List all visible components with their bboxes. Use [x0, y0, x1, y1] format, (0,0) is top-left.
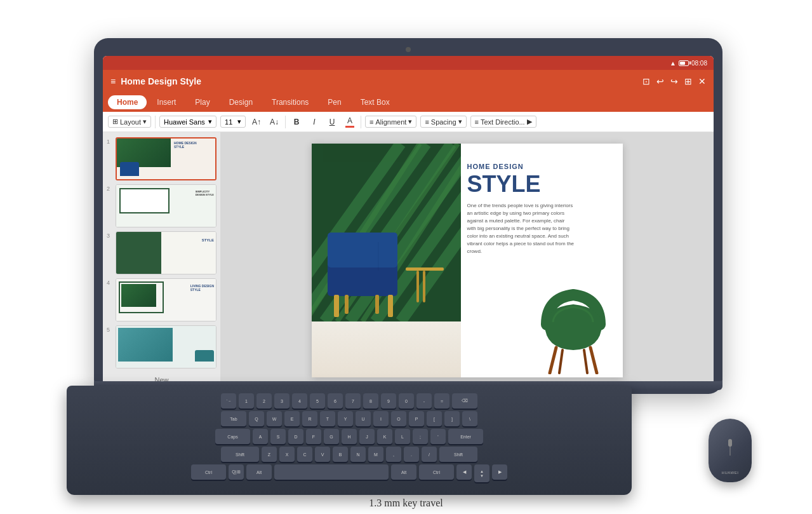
kb-key-backslash[interactable]: \ [462, 411, 477, 426]
slide-thumb-2[interactable]: 2 SIMPLICITYDESIGN STYLE [107, 184, 216, 227]
kb-key-e[interactable]: E [284, 411, 300, 426]
kb-key-ctrl-r[interactable]: Ctrl [419, 464, 454, 480]
bold-button[interactable]: B [290, 115, 303, 129]
slide-preview-1[interactable]: HOME DESIGNSTYLE [116, 137, 216, 180]
kb-key-slash[interactable]: / [422, 447, 437, 462]
undo-icon[interactable]: ↩ [656, 76, 664, 86]
kb-key-space[interactable] [274, 464, 389, 480]
kb-key-5[interactable]: 5 [310, 393, 325, 409]
kb-key-4[interactable]: 4 [292, 393, 307, 409]
slide-thumb-3[interactable]: 3 STYLE [107, 231, 216, 274]
font-name-selector[interactable]: Huawei Sans ▾ [159, 116, 216, 128]
kb-key-period[interactable]: . [404, 447, 419, 462]
kb-key-enter[interactable]: Enter [448, 429, 483, 444]
kb-key-left[interactable]: ◀ [456, 464, 472, 480]
slide-canvas[interactable]: HOME DESIGN STYLE One of the trends peop… [312, 144, 623, 377]
kb-key-minus[interactable]: - [416, 393, 432, 409]
kb-key-1[interactable]: 1 [239, 393, 254, 409]
spacing-button[interactable]: ≡ Spacing ▾ [420, 116, 466, 128]
kb-key-lshift[interactable]: Shift [221, 447, 259, 462]
save-icon[interactable]: ⊡ [642, 76, 650, 86]
kb-key-j[interactable]: J [359, 429, 375, 444]
slide-preview-3[interactable]: STYLE [116, 231, 216, 274]
kb-key-x[interactable]: X [279, 447, 295, 462]
italic-button[interactable]: I [307, 115, 321, 129]
mouse[interactable]: HUAWEI [709, 419, 752, 482]
kb-key-k[interactable]: K [377, 429, 392, 444]
kb-key-updown[interactable]: ▲ ▼ [474, 464, 489, 482]
kb-key-z[interactable]: Z [262, 447, 277, 462]
kb-key-m[interactable]: M [368, 447, 383, 462]
kb-key-r[interactable]: R [302, 411, 317, 426]
fullscreen-icon[interactable]: ⊞ [684, 76, 692, 86]
tab-design[interactable]: Design [220, 95, 262, 109]
slide-preview-2[interactable]: SIMPLICITYDESIGN STYLE [116, 184, 216, 227]
kb-key-h[interactable]: H [342, 429, 357, 444]
menu-icon[interactable]: ≡ [110, 76, 116, 86]
kb-key-i[interactable]: I [373, 411, 389, 426]
kb-key-8[interactable]: 8 [363, 393, 378, 409]
redo-icon[interactable]: ↪ [670, 76, 678, 86]
kb-key-alt-r[interactable]: Alt [391, 464, 416, 480]
kb-key-7[interactable]: 7 [345, 393, 361, 409]
kb-key-equals[interactable]: = [434, 393, 449, 409]
kb-key-c[interactable]: C [297, 447, 312, 462]
layout-button[interactable]: ⊞ Layout ▾ [108, 116, 151, 128]
kb-key-d[interactable]: D [288, 429, 303, 444]
kb-key-0[interactable]: 0 [399, 393, 414, 409]
kb-key-q[interactable]: Q [249, 411, 264, 426]
kb-key-semicolon[interactable]: ; [413, 429, 428, 444]
tab-play[interactable]: Play [186, 95, 218, 109]
kb-key-lbracket[interactable]: [ [427, 411, 442, 426]
kb-key-f[interactable]: F [306, 429, 321, 444]
tab-transitions[interactable]: Transitions [263, 95, 317, 109]
kb-key-9[interactable]: 9 [381, 393, 396, 409]
kb-key-right[interactable]: ▶ [492, 464, 507, 480]
kb-key-t[interactable]: T [320, 411, 335, 426]
kb-key-backtick[interactable]: ` ~ [221, 393, 236, 409]
kb-key-6[interactable]: 6 [328, 393, 343, 409]
tab-home[interactable]: Home [108, 95, 147, 109]
kb-key-a[interactable]: A [253, 429, 268, 444]
underline-button[interactable]: U [325, 115, 339, 129]
kb-key-tab[interactable]: Tab [221, 411, 246, 426]
alignment-button[interactable]: ≡ Alignment ▾ [365, 116, 416, 128]
slide-thumb-1[interactable]: 1 HOME DESIGNSTYLE [107, 137, 216, 180]
kb-key-l[interactable]: L [395, 429, 410, 444]
kb-key-alt-l[interactable]: Alt [246, 464, 272, 480]
slide-thumb-4[interactable]: 4 LIVING DESIGNSTYLE [107, 278, 216, 321]
close-icon[interactable]: ✕ [698, 76, 706, 86]
kb-key-backspace[interactable]: ⌫ [452, 393, 477, 409]
kb-key-v[interactable]: V [315, 447, 330, 462]
kb-key-o[interactable]: O [391, 411, 406, 426]
kb-key-n[interactable]: N [350, 447, 366, 462]
tab-textbox[interactable]: Text Box [352, 95, 399, 109]
kb-key-3[interactable]: 3 [274, 393, 290, 409]
kb-key-comma[interactable]: , [386, 447, 401, 462]
slide-preview-5[interactable] [116, 325, 216, 369]
shrink-font-button[interactable]: A↓ [267, 115, 281, 129]
kb-key-s[interactable]: S [270, 429, 286, 444]
kb-key-g[interactable]: G [324, 429, 339, 444]
kb-key-quote[interactable]: ' [430, 429, 446, 444]
kb-key-caps[interactable]: Caps [215, 429, 250, 444]
kb-key-b[interactable]: B [333, 447, 348, 462]
slide-preview-4[interactable]: LIVING DESIGNSTYLE [116, 278, 216, 321]
kb-key-fn[interactable]: Q|⊞ [229, 464, 244, 480]
canvas-area[interactable]: HOME DESIGN STYLE One of the trends peop… [220, 132, 714, 389]
slide-thumb-5[interactable]: 5 [107, 325, 216, 369]
kb-key-2[interactable]: 2 [256, 393, 272, 409]
font-size-selector[interactable]: 11 ▾ [220, 116, 246, 128]
font-color-button[interactable]: A [343, 115, 357, 129]
grow-font-button[interactable]: A↑ [250, 115, 263, 129]
text-direction-button[interactable]: ≡ Text Directio... ▶ [470, 116, 536, 128]
kb-key-u[interactable]: U [356, 411, 371, 426]
tab-insert[interactable]: Insert [148, 95, 185, 109]
tab-pen[interactable]: Pen [319, 95, 350, 109]
kb-key-w[interactable]: W [267, 411, 282, 426]
kb-key-rbracket[interactable]: ] [444, 411, 460, 426]
kb-key-ctrl[interactable]: Ctrl [191, 464, 226, 480]
kb-key-rshift[interactable]: Shift [439, 447, 477, 462]
kb-key-y[interactable]: Y [338, 411, 353, 426]
kb-key-p[interactable]: P [409, 411, 424, 426]
